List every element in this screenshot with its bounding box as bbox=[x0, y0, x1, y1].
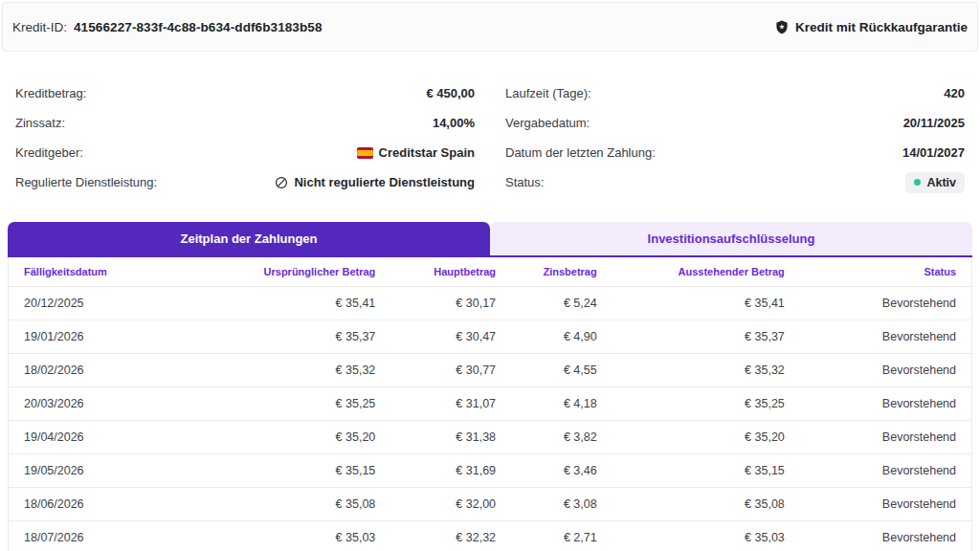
interest-rate-value: 14,00% bbox=[433, 116, 475, 130]
detail-label: Kreditgeber: bbox=[15, 145, 83, 160]
table-cell: € 35,08 bbox=[601, 487, 789, 520]
table-row: 18/07/2026€ 35,03€ 32,32€ 2,71€ 35,03Bev… bbox=[9, 520, 971, 551]
last-payment-date-value: 14/01/2027 bbox=[902, 145, 965, 160]
table-cell: € 30,47 bbox=[379, 320, 500, 353]
status-badge: Aktiv bbox=[905, 172, 965, 193]
table-cell: € 35,20 bbox=[201, 420, 379, 453]
table-cell: € 35,15 bbox=[601, 453, 789, 487]
detail-label: Kreditbetrag: bbox=[15, 86, 86, 100]
table-cell: € 31,69 bbox=[379, 453, 500, 487]
detail-row-last-payment-date: Datum der letzten Zahlung: 14/01/2027 bbox=[505, 138, 965, 167]
regulated-service-text: Nicht regulierte Dienstleistung bbox=[294, 175, 475, 189]
detail-label: Status: bbox=[505, 175, 544, 189]
regulated-service-value: Nicht regulierte Dienstleistung bbox=[275, 175, 475, 189]
spain-flag-icon bbox=[357, 147, 373, 159]
buyback-guarantee-label: Kredit mit Rückkaufgarantie bbox=[795, 20, 968, 34]
table-cell: € 31,07 bbox=[379, 386, 500, 420]
table-cell: 19/01/2026 bbox=[9, 320, 201, 353]
table-cell: Bevorstehend bbox=[789, 320, 971, 353]
table-cell: € 4,90 bbox=[500, 320, 601, 353]
table-cell: Bevorstehend bbox=[789, 386, 971, 420]
table-cell: € 35,25 bbox=[201, 386, 379, 420]
detail-row-status: Status: Aktiv bbox=[505, 167, 965, 197]
tab-payment-schedule[interactable]: Zeitplan der Zahlungen bbox=[8, 222, 490, 255]
column-header: Zinsbetrag bbox=[500, 257, 601, 286]
detail-label: Vergabedatum: bbox=[505, 116, 590, 130]
table-header-row: FälligkeitsdatumUrsprünglicher BetragHau… bbox=[9, 257, 971, 286]
table-row: 20/12/2025€ 35,41€ 30,17€ 5,24€ 35,41Bev… bbox=[9, 286, 971, 320]
column-header: Fälligkeitsdatum bbox=[9, 257, 201, 286]
table-cell: € 32,00 bbox=[379, 487, 500, 520]
table-cell: € 3,82 bbox=[500, 420, 601, 453]
table-row: 18/02/2026€ 35,32€ 30,77€ 4,55€ 35,32Bev… bbox=[9, 353, 971, 386]
tab-bar: Zeitplan der Zahlungen Investitionsaufsc… bbox=[8, 222, 972, 257]
loan-details: Kreditbetrag: € 450,00 Zinssatz: 14,00% … bbox=[15, 78, 965, 197]
detail-label: Regulierte Dienstleistung: bbox=[15, 175, 157, 189]
table-cell: € 35,41 bbox=[601, 286, 789, 320]
table-cell: € 35,20 bbox=[601, 420, 789, 453]
table-cell: € 2,71 bbox=[500, 520, 601, 551]
payment-schedule-table: FälligkeitsdatumUrsprünglicher BetragHau… bbox=[8, 257, 972, 551]
buyback-guarantee: Kredit mit Rückkaufgarantie bbox=[774, 19, 968, 35]
tab-investment-breakdown[interactable]: Investitionsaufschlüsselung bbox=[490, 222, 972, 255]
table-row: 19/04/2026€ 35,20€ 31,38€ 3,82€ 35,20Bev… bbox=[9, 420, 971, 453]
table-cell: € 35,03 bbox=[601, 520, 789, 551]
table-cell: € 35,25 bbox=[601, 386, 789, 420]
table-cell: Bevorstehend bbox=[789, 286, 971, 320]
table-cell: € 35,41 bbox=[201, 286, 379, 320]
loan-header-bar: Kredit-ID: 41566227-833f-4c88-b634-ddf6b… bbox=[2, 2, 978, 52]
table-cell: Bevorstehend bbox=[789, 520, 971, 551]
detail-label: Datum der letzten Zahlung: bbox=[505, 145, 656, 160]
table-cell: € 35,03 bbox=[201, 520, 379, 551]
table-cell: € 4,18 bbox=[500, 386, 601, 420]
table-cell: Bevorstehend bbox=[789, 353, 971, 386]
table-cell: € 4,55 bbox=[500, 353, 601, 386]
term-days-value: 420 bbox=[944, 86, 965, 100]
table-cell: Bevorstehend bbox=[789, 420, 971, 453]
table-cell: € 35,32 bbox=[601, 353, 789, 386]
table-cell: € 5,24 bbox=[500, 286, 601, 320]
column-header: Ausstehender Betrag bbox=[601, 257, 789, 286]
table-cell: € 35,32 bbox=[201, 353, 379, 386]
table-cell: € 3,08 bbox=[500, 487, 601, 520]
table-cell: € 35,08 bbox=[201, 487, 379, 520]
detail-row-loan-amount: Kreditbetrag: € 450,00 bbox=[15, 78, 475, 108]
table-cell: 19/04/2026 bbox=[9, 420, 201, 453]
detail-row-interest-rate: Zinssatz: 14,00% bbox=[15, 108, 475, 138]
table-cell: 18/07/2026 bbox=[9, 520, 201, 551]
loan-amount-value: € 450,00 bbox=[426, 86, 475, 100]
payments-table-body: 20/12/2025€ 35,41€ 30,17€ 5,24€ 35,41Bev… bbox=[9, 286, 971, 551]
loan-id-value: 41566227-833f-4c88-b634-ddf6b3183b58 bbox=[74, 20, 323, 34]
details-right-column: Laufzeit (Tage): 420 Vergabedatum: 20/11… bbox=[505, 78, 965, 197]
details-left-column: Kreditbetrag: € 450,00 Zinssatz: 14,00% … bbox=[15, 78, 475, 197]
lender-name: Creditstar Spain bbox=[379, 145, 475, 160]
not-regulated-icon bbox=[275, 176, 288, 189]
column-header: Hauptbetrag bbox=[379, 257, 500, 286]
table-cell: € 35,15 bbox=[201, 453, 379, 487]
shield-star-icon bbox=[774, 19, 790, 35]
table-cell: Bevorstehend bbox=[789, 487, 971, 520]
detail-row-issue-date: Vergabedatum: 20/11/2025 bbox=[505, 108, 965, 138]
table-cell: € 31,38 bbox=[379, 420, 500, 453]
table-cell: 19/05/2026 bbox=[9, 453, 201, 487]
loan-id-label: Kredit-ID: bbox=[12, 20, 67, 34]
table-cell: € 3,46 bbox=[500, 453, 601, 487]
loan-id-group: Kredit-ID: 41566227-833f-4c88-b634-ddf6b… bbox=[12, 20, 323, 34]
detail-label: Laufzeit (Tage): bbox=[505, 86, 591, 100]
table-cell: 20/12/2025 bbox=[9, 286, 201, 320]
detail-row-term-days: Laufzeit (Tage): 420 bbox=[505, 78, 965, 108]
detail-row-regulated-service: Regulierte Dienstleistung: Nicht regulie… bbox=[15, 167, 475, 197]
table-row: 20/03/2026€ 35,25€ 31,07€ 4,18€ 35,25Bev… bbox=[9, 386, 971, 420]
table-cell: 18/06/2026 bbox=[9, 487, 201, 520]
table-cell: Bevorstehend bbox=[789, 453, 971, 487]
status-dot-icon bbox=[914, 179, 921, 186]
table-row: 18/06/2026€ 35,08€ 32,00€ 3,08€ 35,08Bev… bbox=[9, 487, 971, 520]
issue-date-value: 20/11/2025 bbox=[903, 116, 965, 130]
table-cell: € 30,17 bbox=[379, 286, 500, 320]
table-cell: 18/02/2026 bbox=[9, 353, 201, 386]
table-cell: 20/03/2026 bbox=[9, 386, 201, 420]
column-header: Status bbox=[789, 257, 971, 286]
table-cell: € 35,37 bbox=[201, 320, 379, 353]
table-row: 19/05/2026€ 35,15€ 31,69€ 3,46€ 35,15Bev… bbox=[9, 453, 971, 487]
table-cell: € 35,37 bbox=[601, 320, 789, 353]
